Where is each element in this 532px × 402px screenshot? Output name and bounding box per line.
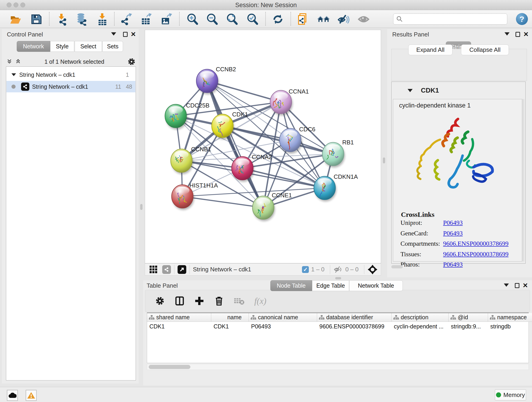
control-panel-menu-button[interactable] [111, 32, 116, 36]
right-splitter-handle[interactable] [383, 157, 385, 163]
control-panel-close-button[interactable]: ✕ [131, 31, 136, 38]
column-header-description[interactable]: description [392, 313, 449, 322]
tab-select[interactable]: Select [75, 41, 102, 52]
collapse-all-icon[interactable] [6, 58, 13, 65]
column-header-namespace[interactable]: namespace [488, 313, 532, 322]
hide-graphics-details-button[interactable] [337, 13, 350, 26]
expand-all-icon[interactable] [15, 58, 22, 65]
tab-edge-table[interactable]: Edge Table [312, 280, 349, 291]
export-network-button[interactable] [120, 13, 133, 26]
network-collection-row[interactable]: String Network – cdk1 1 [6, 69, 135, 80]
left-splitter-handle[interactable] [140, 204, 143, 210]
table-panel-float-button[interactable] [515, 283, 519, 288]
export-table-button[interactable] [139, 13, 152, 26]
table-panel-menu-button[interactable] [504, 283, 509, 287]
network-node-CDC25B[interactable] [165, 104, 187, 129]
table-panel-close-button[interactable]: ✕ [523, 282, 528, 289]
network-node-RB1[interactable] [322, 142, 345, 167]
node-label-CDC6: CDC6 [299, 126, 316, 133]
detach-view-icon[interactable] [177, 265, 186, 274]
protein-card-expander-icon[interactable] [408, 89, 413, 92]
show-columns-icon[interactable] [175, 296, 185, 306]
zoom-in-button[interactable] [186, 13, 199, 26]
protein-card-scrollbar[interactable] [523, 99, 525, 262]
create-column-plus-icon[interactable] [194, 296, 204, 306]
save-session-button[interactable] [30, 13, 43, 26]
results-hscroll-thumb[interactable] [391, 265, 403, 268]
tab-network-table[interactable]: Network Table [349, 280, 403, 291]
network-node-CCNE1[interactable] [253, 196, 275, 221]
zoom-fit-button[interactable] [226, 13, 239, 26]
collapse-all-button[interactable]: Collapse All [461, 45, 509, 55]
node-label-CCNE1: CCNE1 [272, 192, 292, 199]
selected-items-checkbox[interactable]: ✓ [302, 266, 309, 273]
export-image-button[interactable] [159, 13, 172, 26]
crosslink-link[interactable]: P06493 [443, 230, 463, 237]
show-grid-icon[interactable] [150, 266, 157, 273]
tab-network[interactable]: Network [17, 41, 50, 52]
column-header-canonicalname[interactable]: canonical name [249, 313, 317, 322]
bottom-splitter-handle[interactable] [335, 277, 341, 279]
table-settings-gear-icon[interactable] [155, 296, 165, 306]
table-hscroll-thumb[interactable] [149, 365, 190, 369]
results-panel: Results Panel ✕ String Expand All Collap… [387, 29, 532, 277]
column-header-databaseidentifier[interactable]: database identifier [317, 313, 392, 322]
zoom-selected-button[interactable] [246, 13, 259, 26]
open-session-button[interactable] [9, 13, 22, 26]
crosslinks-heading: CrossLinks [401, 211, 434, 218]
network-node-CDK1[interactable] [212, 114, 234, 139]
birdseye-view-button[interactable] [357, 13, 370, 26]
show-all-networks-button[interactable] [317, 13, 330, 26]
memory-button[interactable]: Memory [495, 389, 526, 400]
crosslink-link[interactable]: P06493 [443, 261, 463, 268]
crosslink-link[interactable]: 9606.ENSP00000378699 [443, 250, 508, 258]
node-label-RB1: RB1 [342, 139, 354, 146]
table-cell: P06493 [249, 322, 317, 331]
tab-sets[interactable]: Sets [102, 41, 123, 52]
zoom-out-button[interactable] [206, 13, 219, 26]
results-panel-menu-button[interactable] [505, 32, 510, 36]
delete-table-icon[interactable] [234, 296, 245, 306]
refresh-view-button[interactable] [272, 13, 284, 26]
help-button[interactable]: ? [516, 13, 528, 25]
column-header-sharedname[interactable]: shared name [147, 313, 211, 322]
string-view-icon[interactable] [162, 265, 171, 274]
search-input[interactable] [405, 14, 507, 24]
crosslink-link[interactable]: P06493 [443, 219, 463, 226]
import-table-button[interactable] [96, 13, 109, 26]
import-network-icon [56, 13, 69, 26]
table-cell: CDK1 [211, 322, 249, 331]
tab-node-table[interactable]: Node Table [270, 280, 312, 291]
crosslink-link[interactable]: 9606.ENSP00000378699 [443, 240, 508, 247]
collection-expander-icon[interactable] [12, 73, 16, 76]
network-node-CDKN1A[interactable] [314, 176, 336, 201]
tab-style[interactable]: Style [50, 41, 74, 52]
birdseye-navigator-icon[interactable] [367, 264, 378, 274]
network-row-selected[interactable]: String Network – cdk1 11 48 [6, 81, 135, 92]
export-image-icon [159, 13, 172, 26]
column-header-name[interactable]: name [211, 313, 249, 322]
table-panel: Table Panel ✕ [143, 280, 532, 385]
control-panel-float-button[interactable] [123, 32, 128, 37]
network-canvas[interactable]: CCNB2CCNA1CDC25BCDK1CDC6RB1CCNB1CCNA2CDK… [145, 30, 381, 263]
table-cell: 9606.ENSP00000378699 [317, 322, 392, 331]
protein-card-header[interactable]: CDK1 [392, 82, 525, 99]
network-view-title: String Network – cdk1 [193, 266, 251, 273]
results-panel-float-button[interactable] [515, 32, 520, 37]
function-builder-icon[interactable]: f(x) [254, 296, 266, 306]
column-header-id[interactable]: @id [449, 313, 488, 322]
network-graph[interactable]: CCNB2CCNA1CDC25BCDK1CDC6RB1CCNB1CCNA2CDK… [145, 30, 381, 263]
expand-all-button[interactable]: Expand All [408, 45, 452, 55]
cloud-status-button[interactable] [7, 390, 18, 401]
network-node-CCNB2[interactable] [196, 69, 219, 95]
table-hscrollbar[interactable] [147, 364, 529, 370]
delete-column-trash-icon[interactable] [214, 296, 224, 306]
results-panel-close-button[interactable]: ✕ [523, 31, 529, 38]
toolbar-divider [49, 12, 50, 26]
warnings-button[interactable] [26, 390, 37, 401]
import-network-button[interactable] [56, 13, 69, 26]
import-network-from-database-button[interactable] [75, 13, 88, 26]
hidden-items-icon[interactable] [333, 266, 343, 274]
duplicate-network-button[interactable] [297, 13, 310, 26]
network-options-gear-icon[interactable] [127, 57, 136, 66]
